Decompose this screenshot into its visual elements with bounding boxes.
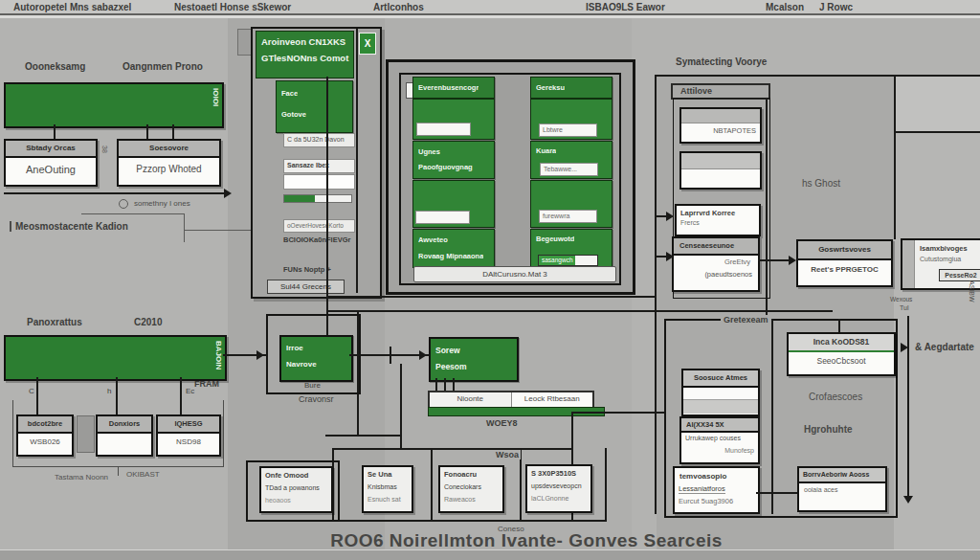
connector — [12, 400, 13, 466]
soosuce-footer — [683, 399, 758, 414]
bottom-box-1-line1: Onfe Omood — [265, 471, 308, 480]
card-r2-input[interactable]: Tebawwe... — [540, 163, 598, 176]
connector — [54, 124, 56, 139]
connector — [894, 77, 896, 239]
wizard-text-1: BCIOIOKa0nFIEVGr — [283, 235, 350, 244]
note-text: somethny I ones — [134, 199, 190, 208]
isamx-line1: Isamxbivoges — [920, 244, 968, 253]
bottom-box-2-line1: Se Una — [368, 470, 391, 479]
hgrohuhte-label: Hgrohuhte — [804, 424, 853, 435]
card-l1-body — [412, 99, 495, 140]
box-iqhesg-body: NSD98 — [158, 434, 219, 451]
right-panel-title: Symatecting Voorye — [676, 56, 767, 67]
goswrt-body: Reet's PPRGETOC — [798, 260, 891, 280]
borrv-body: ooiaia aces — [804, 486, 837, 493]
arrow-right-icon — [256, 350, 264, 360]
aixx-line2: Munofesp — [724, 447, 754, 454]
diagram-caption: ROO6 Noirellmton Ivante- Gonves Searceis — [96, 530, 957, 551]
card-l1-header-label: Everenbusencogr — [418, 83, 479, 92]
between-tag: 38 — [101, 146, 108, 153]
wizard-face-line2: Gotove — [281, 110, 306, 119]
card-r4-line1: Begeuwotd — [536, 235, 574, 243]
attilove-box-1-top — [681, 109, 760, 123]
goswrt-header: Goswrtsvoves — [798, 241, 891, 260]
top-bar-highlight — [0, 15, 980, 18]
woeyb-label: WOEY8 — [486, 418, 518, 428]
aixx-line1: Urrukawep couses — [685, 435, 741, 441]
box-sbtady-orcas: Sbtady Orcas AneOuting — [4, 139, 98, 187]
bottom-box-3-line2: Coneciokars — [444, 483, 481, 490]
connector — [605, 448, 607, 520]
box-soesovore-body: Pzzorp Whoted — [119, 158, 219, 181]
bottom-box-2-line2: Knisbmas — [368, 483, 397, 490]
mid-left-sub1: Bure — [304, 381, 321, 390]
connector — [4, 192, 226, 194]
crofaescoes-label: Crofaescoes — [809, 392, 862, 402]
mid-left-line1: Irroe — [286, 344, 303, 352]
card-r1-input[interactable]: Lbtwre — [539, 123, 597, 137]
tol-label: Tul — [900, 304, 908, 311]
top-label-5: Mcalson — [766, 2, 804, 12]
small-gray-block — [77, 415, 95, 453]
connector — [838, 319, 840, 332]
mid-left-sub2: Cravonsr — [299, 394, 334, 404]
wizard-input[interactable] — [283, 174, 355, 190]
bracket-label: Meosmostacente Kadion — [10, 221, 128, 232]
left-bottom-heading-2: C2010 — [134, 317, 162, 327]
connector — [771, 319, 773, 514]
bottom-box-4-line1: S 3X0P3510S — [531, 469, 576, 478]
left-bottom-caption-1: Tastama Noonn — [55, 473, 108, 482]
box-bdcot-body: WSB026 — [18, 434, 72, 451]
wizard-inner-divider — [356, 29, 358, 293]
bottom-box-3-line1: Fonoacru — [444, 470, 477, 479]
wizard-progress-fill — [284, 195, 315, 202]
card-r2-line1: Kuara — [536, 146, 556, 155]
attilove-box-4-header: Censeaeseunoe — [674, 238, 758, 256]
card-l1-input[interactable] — [416, 123, 471, 136]
bottom-box-1-line3: heoaoos — [265, 497, 291, 504]
connector — [185, 230, 252, 231]
refresh-icon — [119, 199, 128, 209]
temvo-line3: Eurcut 5uag3906 — [679, 497, 733, 505]
attilove-box-3-line2: Frercs — [680, 219, 700, 226]
connector — [325, 435, 400, 437]
ghost-label: hs Ghost — [802, 178, 840, 189]
connector — [81, 213, 185, 214]
attilove-box-1-text: NBTAPOTES — [681, 123, 760, 139]
arrow-right-icon — [419, 350, 427, 360]
card-l3-input[interactable] — [415, 211, 470, 224]
attilove-box-4-line2: (paeudtsoenos — [704, 270, 752, 279]
bottom-box-3-line3: Raweacos — [444, 496, 476, 503]
card-l4-line1: Awveteo — [418, 235, 448, 244]
connector — [328, 310, 833, 312]
card-r3-input[interactable]: furewwra — [539, 210, 597, 223]
top-label-1: Autoropetel Mns sabazxel — [13, 2, 131, 12]
box-iqhesg: IQHESG NSD98 — [156, 414, 221, 457]
spreadsheet-icon: X — [359, 33, 376, 55]
attilove-box-2-top — [681, 153, 760, 169]
arrow-right-icon — [789, 256, 796, 265]
box-bdcot-header: bdcot2bre — [18, 416, 72, 434]
card-l4: Awveteo Rovaag Mipnaaona — [412, 229, 495, 268]
mid-right-green-box: Sorew Peesom — [429, 337, 519, 382]
temvo-box: temvoasopio Lessaniatforos Eurcut 5uag39… — [673, 466, 760, 514]
isamx-line2: Cutustomgiua — [920, 256, 961, 262]
connector — [172, 124, 174, 139]
green-bar-bottom-tag: BAJOIN — [214, 341, 223, 370]
green-bar-top-tag: IOIOI — [212, 88, 220, 106]
temvo-line2: Lessaniatforos — [679, 484, 725, 494]
card-l4-line2: Rovaag Mipnaaona — [418, 252, 483, 260]
green-bar-bottom: BAJOIN — [4, 335, 227, 381]
card-l3 — [412, 180, 495, 228]
mid-right-line2: Peesom — [435, 362, 467, 371]
soosuce-body — [683, 388, 758, 399]
bottom-box-1: Onfe Omood TDad a powanons heoaoos — [259, 466, 333, 513]
bottom-box-3: Fonoacru Coneciokars Raweacos — [438, 465, 504, 513]
mid-left-green-box: Irroe Navrove — [279, 335, 353, 382]
wizard-text-2: FUNs Noptp + — [283, 265, 331, 274]
center-panel-footer: DAltCurusno.Mat 3 — [413, 266, 616, 282]
wizard-build-button[interactable]: Sul44 Grecens — [267, 280, 345, 294]
asibw-label: ASIBW — [969, 280, 975, 302]
card-r4-button[interactable]: sasangwch — [538, 255, 598, 266]
connector — [758, 259, 791, 261]
